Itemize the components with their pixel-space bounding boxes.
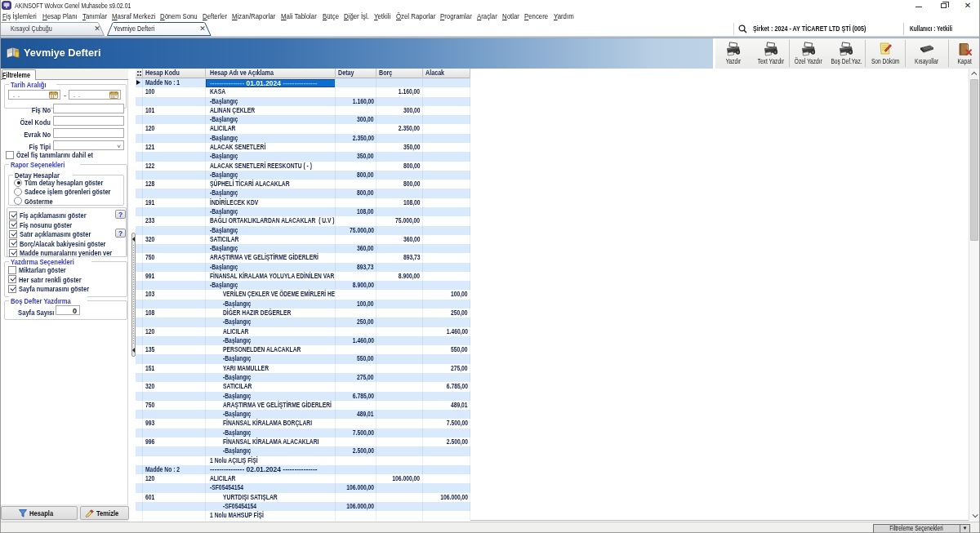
menu-item-defterler[interactable]: Defterler	[200, 11, 229, 22]
table-row[interactable]: -SF05454154106.000,00	[136, 483, 470, 492]
column-header-alacak[interactable]: Alacak	[423, 69, 471, 78]
table-row[interactable]: 108DİĞER HAZIR DEĞERLER250,00	[136, 309, 470, 318]
maximize-button[interactable]	[931, 0, 956, 11]
date-to-input[interactable]: . .	[69, 90, 121, 100]
menu-item-pencere[interactable]: Pencere	[522, 11, 550, 22]
menu-item-masraf-merkezi[interactable]: Masraf Merkezi	[109, 11, 158, 22]
table-row[interactable]: 100KASA1.160,00	[136, 87, 470, 96]
menu-item--zel-raporlar[interactable]: Özel Raporlar	[394, 11, 438, 22]
evrak-no-input[interactable]	[53, 128, 124, 138]
toolbar-button-kapat[interactable]: Kapat	[949, 38, 980, 69]
menu-item-d-nem-sonu[interactable]: Dönem Sonu	[158, 11, 200, 22]
report-check-1[interactable]: Fiş açıklamasını göster	[9, 211, 105, 220]
hesapla-button[interactable]: Hesapla	[1, 506, 78, 520]
temizle-button[interactable]: Temizle	[80, 506, 129, 520]
minimize-button[interactable]	[906, 0, 931, 11]
table-row[interactable]: 996FİNANSAL KİRALAMA ALACAKLARI2.500,00	[136, 438, 470, 446]
table-row[interactable]: -Başlangıç2.500,00	[136, 446, 470, 455]
column-header-detay[interactable]: Detay	[336, 69, 376, 78]
table-row[interactable]: -Başlangıç2.350,00	[136, 134, 470, 143]
table-row[interactable]: 233BAĞLI ORTAKLIKLARDAN ALACAKLAR ( U.V …	[136, 216, 470, 225]
menu-item-di-er-i-l-[interactable]: Diğer İşl.	[341, 11, 372, 22]
table-row[interactable]: -Başlangıç360,00	[136, 244, 470, 253]
table-row[interactable]: -Başlangıç6.785,00	[136, 392, 470, 401]
tab-shortcut-bar-close-icon[interactable]: ✕	[93, 23, 101, 35]
column-header-hesap-kodu[interactable]: Hesap Kodu	[143, 69, 207, 78]
table-row[interactable]: 993FİNANSAL KİRALAMA BORÇLARI7.500,00	[136, 419, 470, 428]
table-row[interactable]: -Başlangıç800,00	[136, 189, 470, 198]
toolbar-button-bo-def-yaz-[interactable]: Boş Def.Yaz.	[827, 38, 865, 69]
table-row[interactable]: 103VERİLEN ÇEKLER VE ÖDEME EMİRLERİ HE10…	[136, 290, 470, 299]
table-row[interactable]: -Başlangıç100,00	[136, 300, 470, 309]
vertical-scrollbar[interactable]	[969, 69, 979, 521]
date-from-input[interactable]: . .	[8, 90, 60, 100]
menu-item-tan-mlar[interactable]: Tanımlar	[80, 11, 109, 22]
page-count-input[interactable]: 0	[56, 305, 80, 315]
table-row[interactable]: -Başlangıç1.160,00	[136, 97, 470, 106]
print-check-1[interactable]: Miktarları göster	[8, 265, 79, 274]
menu-item-hesap-plan-[interactable]: Hesap Planı	[39, 11, 79, 22]
menu-item-fi-i-lemleri[interactable]: Fiş İşlemleri	[0, 11, 39, 22]
table-row[interactable]: 601YURTDIŞI SATIŞLAR106.000,00	[136, 493, 470, 502]
scrollbar-thumb[interactable]	[970, 79, 978, 241]
menu-item-ara-lar[interactable]: Araçlar	[474, 11, 500, 22]
radio-detail-1[interactable]: Tüm detay hesapları göster	[14, 178, 126, 187]
table-row[interactable]: -Başlangıç75.000,00	[136, 226, 470, 235]
table-row[interactable]: 1 Nolu AÇILIŞ FİŞİ	[136, 456, 470, 465]
report-check-3[interactable]: Satır açıklamasını göster	[9, 229, 111, 238]
menu-item-notlar[interactable]: Notlar	[500, 11, 522, 22]
menu-item-yetkili[interactable]: Yetkili	[372, 11, 394, 22]
print-check-2[interactable]: Her satır renkli göster	[8, 275, 99, 284]
menu-item-mali-tablolar[interactable]: Mali Tablolar	[278, 11, 320, 22]
table-row[interactable]: -Başlangıç350,00	[136, 152, 470, 161]
table-row[interactable]: 1 Nolu MAHSUP FİŞİ	[136, 511, 470, 520]
toolbar-button-k-sayollar[interactable]: Kısayollar	[906, 38, 949, 69]
radio-detail-2[interactable]: Sadece işlem görenleri göster	[14, 187, 135, 196]
table-row[interactable]: 151YARI MAMULLER275,00	[136, 364, 470, 373]
table-row[interactable]: 750ARAŞTIRMA VE GELİŞTİRME GİDERLERİ893,…	[136, 253, 470, 262]
menu-item-programlar[interactable]: Programlar	[438, 11, 474, 22]
table-row[interactable]: 750ARAŞTIRMA VE GELİŞTİRME GİDERLERİ489,…	[136, 401, 470, 410]
tab-shortcut-bar-label[interactable]: Kısayol Çubuğu	[11, 22, 63, 35]
table-row[interactable]: -Başlangıç550,00	[136, 354, 470, 363]
tab-filtreleme[interactable]: Filtreleme	[2, 69, 36, 80]
fis-tipi-select[interactable]: ˅	[53, 140, 124, 150]
table-row[interactable]: 135PERSONELDEN ALACAKLAR550,00	[136, 345, 470, 354]
table-row[interactable]: Madde No : 1--------------- 01.01.2024 -…	[136, 78, 470, 87]
print-check-3[interactable]: Sayfa numarasını göster	[8, 284, 109, 293]
table-row[interactable]: -Başlangıç893,73	[136, 263, 470, 272]
menu-item-mizan-raporlar[interactable]: Mizan/Raporlar	[229, 11, 278, 22]
tab-yevmiye-defteri-close-icon[interactable]: ✕	[198, 23, 207, 35]
table-row[interactable]: -Başlangıç800,00	[136, 171, 470, 180]
table-row[interactable]: 191İNDİRİLECEK KDV108,00	[136, 198, 470, 207]
calendar-button[interactable]	[48, 91, 59, 99]
table-row[interactable]: -Başlangıç275,00	[136, 373, 470, 382]
table-row[interactable]: 120ALICILAR2.350,00	[136, 124, 470, 133]
help-button[interactable]: ?	[115, 210, 126, 219]
radio-detail-3[interactable]: Gösterme	[14, 197, 60, 206]
scroll-up-button[interactable]	[969, 69, 979, 79]
filter-options-button[interactable]: Filtreleme Seçenekleri ▼	[873, 524, 970, 533]
help-button[interactable]: ?	[115, 229, 126, 238]
calendar-button[interactable]	[109, 91, 119, 99]
close-button[interactable]: ✕	[956, 0, 980, 11]
table-row[interactable]: 320SATICILAR6.785,00	[136, 382, 470, 391]
menu-item-yard-m[interactable]: Yardım	[550, 11, 577, 22]
table-row[interactable]: -SF05454154106.000,00	[136, 502, 470, 511]
table-row[interactable]: 101ALINAN ÇEKLER300,00	[136, 106, 470, 115]
table-row[interactable]: 128ŞÜPHELİ TİCARİ ALACAKLAR800,00	[136, 180, 470, 189]
table-row[interactable]: 122ALACAK SENETLERİ REESKONTU ( - )800,0…	[136, 162, 470, 171]
scroll-down-button[interactable]	[969, 510, 979, 521]
table-row[interactable]: -Başlangıç108,00	[136, 207, 470, 216]
table-row[interactable]: 121ALACAK SENETLERİ350,00	[136, 143, 470, 152]
search-icon[interactable]	[738, 24, 747, 33]
column-header-hesap-ad-ve-a-klama[interactable]: Hesap Adı ve Açıklama	[206, 69, 336, 78]
table-row[interactable]: 120ALICILAR106.000,00	[136, 474, 470, 483]
table-row[interactable]: -Başlangıç250,00	[136, 318, 470, 326]
toolbar-button-yazd-r[interactable]: Yazdır	[715, 38, 752, 69]
menu-item-b-t-e[interactable]: Bütçe	[319, 11, 341, 22]
table-row[interactable]: 120ALICILAR1.460,00	[136, 327, 470, 336]
table-row[interactable]: Madde No : 2--------------- 02.01.2024 -…	[136, 465, 470, 474]
table-row[interactable]: -Başlangıç300,00	[136, 115, 470, 124]
table-row[interactable]: -Başlangıç8.900,00	[136, 281, 470, 290]
